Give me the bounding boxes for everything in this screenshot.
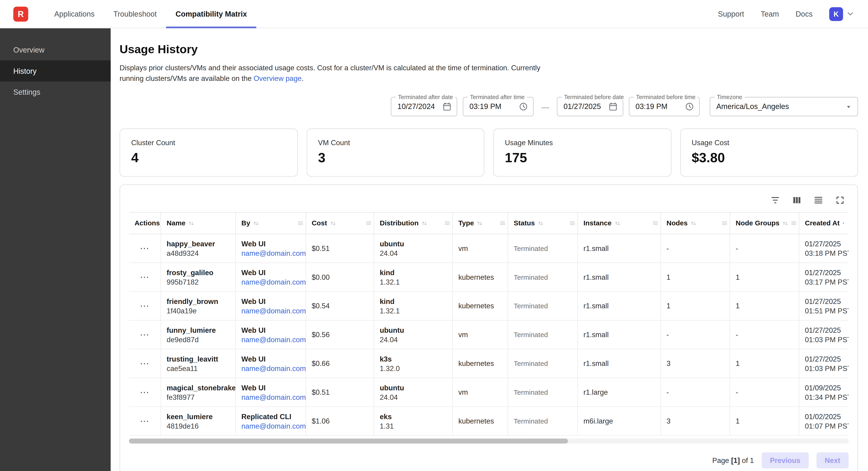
cell-actions: ⋯: [129, 349, 161, 378]
row-actions-button[interactable]: ⋯: [137, 414, 152, 428]
row-actions-button[interactable]: ⋯: [137, 357, 152, 371]
nav-applications[interactable]: Applications: [45, 0, 104, 28]
sidebar-item-overview[interactable]: Overview: [0, 39, 111, 60]
stat-label: Usage Minutes: [505, 139, 660, 147]
stat-cards: Cluster Count 4 VM Count 3 Usage Minutes…: [120, 128, 858, 177]
cell-distribution: kind1.32.1: [374, 292, 453, 320]
table-row[interactable]: ⋯keen_lumiere4819de16Replicated CLIname@…: [129, 407, 849, 436]
terminated-before-time-input[interactable]: Terminated before time 03:19 PM: [629, 97, 700, 116]
creator-email-link[interactable]: name@domain.com: [241, 421, 306, 431]
row-actions-button[interactable]: ⋯: [137, 241, 152, 255]
cell-distribution: k3s1.32.0: [374, 349, 453, 378]
fullscreen-button[interactable]: [831, 193, 848, 208]
stat-label: Usage Cost: [692, 139, 846, 147]
cell-name: trusting_leavittcae5ea11: [161, 349, 236, 378]
cell-by: Web UIname@domain.com: [236, 349, 306, 378]
status-badge: Terminated: [514, 360, 548, 367]
columns-button[interactable]: [788, 193, 805, 208]
filter-button[interactable]: [767, 193, 784, 208]
column-menu-icon[interactable]: [790, 220, 797, 227]
column-menu-icon[interactable]: [721, 220, 728, 227]
cell-actions: ⋯: [129, 234, 161, 262]
column-header-type[interactable]: Type: [453, 213, 508, 234]
terminated-after-time-input[interactable]: Terminated after time 03:19 PM: [463, 97, 534, 116]
overview-page-link[interactable]: Overview page: [254, 74, 302, 83]
table-row[interactable]: ⋯funny_lumierede9ed87dWeb UIname@domain.…: [129, 321, 849, 349]
sidebar-item-history[interactable]: History: [0, 60, 111, 81]
nav-compatibility-matrix[interactable]: Compatibility Matrix: [166, 0, 256, 28]
clock-icon[interactable]: [685, 102, 694, 111]
horizontal-scrollbar[interactable]: [129, 439, 849, 444]
calendar-icon[interactable]: [442, 102, 452, 111]
column-header-name[interactable]: Name: [161, 213, 236, 234]
clock-icon[interactable]: [519, 102, 528, 111]
nav-docs[interactable]: Docs: [796, 10, 813, 18]
scrollbar-thumb[interactable]: [129, 439, 568, 444]
column-header-by[interactable]: By: [236, 213, 306, 234]
cell-cost: $0.51: [306, 378, 374, 407]
terminated-after-date-input[interactable]: Terminated after date 10/27/2024: [391, 97, 457, 116]
row-actions-button[interactable]: ⋯: [137, 299, 152, 313]
brand-logo[interactable]: R: [13, 6, 28, 22]
user-menu[interactable]: K: [829, 7, 855, 21]
column-menu-icon[interactable]: [569, 220, 576, 227]
table-row[interactable]: ⋯trusting_leavittcae5ea11Web UIname@doma…: [129, 349, 849, 378]
column-menu-icon[interactable]: [444, 220, 451, 227]
row-actions-button[interactable]: ⋯: [137, 385, 152, 399]
creator-email-link[interactable]: name@domain.com: [241, 248, 306, 258]
cell-cost: $0.66: [306, 349, 374, 378]
creator-email-link[interactable]: name@domain.com: [241, 335, 306, 344]
creator-email-link[interactable]: name@domain.com: [241, 364, 306, 373]
cell-distribution: kind1.32.1: [374, 263, 453, 291]
cell-actions: ⋯: [129, 378, 161, 407]
cell-by: Web UIname@domain.com: [236, 378, 306, 407]
column-header-instance[interactable]: Instance: [578, 213, 661, 234]
creator-email-link[interactable]: name@domain.com: [241, 392, 306, 402]
column-header-node-groups[interactable]: Node Groups: [730, 213, 799, 234]
column-header-actions[interactable]: Actions: [129, 213, 161, 234]
status-badge: Terminated: [514, 273, 548, 281]
sort-icon: [421, 219, 428, 227]
cell-name: keen_lumiere4819de16: [161, 407, 236, 435]
column-header-status[interactable]: Status: [508, 213, 578, 234]
previous-page-button[interactable]: Previous: [762, 452, 809, 468]
row-actions-button[interactable]: ⋯: [137, 270, 152, 284]
creator-email-link[interactable]: name@domain.com: [241, 277, 306, 287]
creator-email-link[interactable]: name@domain.com: [241, 306, 306, 316]
next-page-button[interactable]: Next: [816, 452, 849, 468]
column-menu-icon[interactable]: [499, 220, 506, 227]
row-actions-button[interactable]: ⋯: [137, 328, 152, 342]
nav-troubleshoot[interactable]: Troubleshoot: [104, 0, 166, 28]
calendar-icon[interactable]: [609, 102, 618, 111]
nav-support[interactable]: Support: [718, 10, 744, 18]
cell-by: Web UIname@domain.com: [236, 263, 306, 291]
cell-actions: ⋯: [129, 321, 161, 349]
timezone-select[interactable]: Timezone America/Los_Angeles: [710, 97, 858, 116]
status-badge: Terminated: [514, 417, 548, 425]
column-header-cost[interactable]: Cost: [306, 213, 374, 234]
table-row[interactable]: ⋯magical_stonebrakerfe3f8977Web UIname@d…: [129, 378, 849, 407]
table-row[interactable]: ⋯friendly_brown1f40a19eWeb UIname@domain…: [129, 292, 849, 321]
column-menu-icon[interactable]: [365, 220, 372, 227]
app-root: R Applications Troubleshoot Compatibilit…: [0, 0, 868, 471]
cell-type: kubernetes: [453, 292, 508, 320]
column-menu-icon[interactable]: [652, 220, 659, 227]
column-header-created-at[interactable]: Created At: [799, 213, 849, 234]
date-range-separator: —: [541, 102, 549, 111]
table-row[interactable]: ⋯happy_beavera48d9324Web UIname@domain.c…: [129, 234, 849, 263]
column-header-nodes[interactable]: Nodes: [661, 213, 730, 234]
cell-by: Web UIname@domain.com: [236, 292, 306, 320]
cell-node-groups: -: [730, 378, 799, 407]
density-button[interactable]: [810, 193, 827, 208]
stat-card-vm-count: VM Count 3: [306, 128, 485, 177]
column-header-distribution[interactable]: Distribution: [374, 213, 453, 234]
table-row[interactable]: ⋯frosty_galileo995b7182Web UIname@domain…: [129, 263, 849, 292]
nav-team[interactable]: Team: [761, 10, 779, 18]
terminated-before-date-input[interactable]: Terminated before date 01/27/2025: [557, 97, 623, 116]
avatar: K: [829, 7, 843, 21]
sidebar-item-settings[interactable]: Settings: [0, 81, 111, 102]
cell-nodes: -: [661, 234, 730, 262]
cell-name: friendly_brown1f40a19e: [161, 292, 236, 320]
column-menu-icon[interactable]: [297, 220, 304, 227]
cell-type: vm: [453, 234, 508, 262]
